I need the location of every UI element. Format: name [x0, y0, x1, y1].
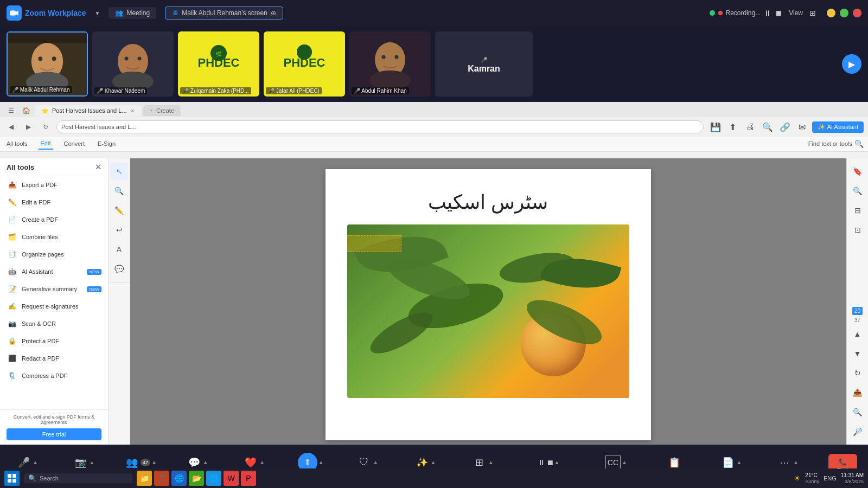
taskbar-app-3[interactable]: 🌐 [171, 471, 187, 486]
address-bar[interactable]: Post Harvest Issues and L... [56, 120, 704, 133]
tab-convert[interactable]: Convert [62, 138, 87, 149]
free-trial-button[interactable]: Free trial [7, 428, 101, 440]
browser-tab-active[interactable]: ⭐ Post Harvest Issues and L... ✕ [35, 105, 141, 117]
annotation-button[interactable]: 💬 [111, 260, 128, 278]
svg-text:🌿: 🌿 [215, 50, 222, 57]
search-bar[interactable]: 🔍 Search [24, 473, 132, 483]
view-label[interactable]: View [789, 9, 803, 17]
taskbar-app-5[interactable]: 🌐 [206, 471, 221, 486]
tool-edit-pdf[interactable]: ✏️ Edit a PDF [0, 194, 108, 211]
email-button[interactable]: ✉ [795, 119, 810, 134]
browser-tab-new[interactable]: + Create [143, 105, 181, 116]
pen-tool-button[interactable]: ✏️ [111, 202, 128, 219]
participants-chevron[interactable]: ▲ [151, 459, 157, 465]
tool-compress-pdf[interactable]: 🗜️ Compress a PDF [0, 367, 108, 384]
save-button[interactable]: 💾 [708, 119, 723, 134]
participant-tile-1[interactable]: 🎤 Malik Abdul Rehman [7, 31, 88, 97]
stop-icon[interactable]: ⏹ [775, 9, 782, 17]
participant-tile-5[interactable]: 🎤 Abdul Rahim Khan [349, 31, 431, 97]
back-button[interactable]: ☰ [4, 104, 17, 117]
export-right-button[interactable]: 📤 [849, 384, 866, 401]
tool-generative-summary[interactable]: 📝 Generative summary NEW [0, 280, 108, 298]
start-button[interactable] [4, 471, 20, 486]
tool-ai-assistant[interactable]: 🤖 AI Assistant NEW [0, 263, 108, 280]
close-button[interactable] [853, 9, 861, 17]
select-tool-button[interactable]: ↖ [111, 163, 128, 180]
host-chevron[interactable]: ▲ [373, 459, 378, 465]
upload-button[interactable]: ⬆ [725, 119, 741, 134]
ai-companion-chevron[interactable]: ▲ [431, 459, 436, 465]
docs-icon: 📄 [720, 455, 736, 470]
tool-create-pdf[interactable]: 📄 Create a PDF [0, 211, 108, 228]
apps-chevron[interactable]: ▲ [488, 459, 494, 465]
panel-close-button[interactable]: ✕ [95, 163, 101, 171]
svg-rect-32 [12, 474, 16, 478]
meeting-tab[interactable]: 👥 Meeting [108, 7, 156, 19]
forward-nav-button[interactable]: ▶ [22, 120, 35, 133]
print-button[interactable]: 🖨 [743, 119, 758, 134]
captions-chevron[interactable]: ▲ [622, 459, 627, 465]
tool-combine-files[interactable]: 🗂️ Combine files [0, 228, 108, 246]
scroll-down-button[interactable]: ▼ [849, 345, 866, 362]
minimize-button[interactable] [827, 9, 835, 17]
svg-point-12 [138, 57, 142, 61]
docs-chevron[interactable]: ▲ [737, 459, 742, 465]
zoom-in-right-button[interactable]: 🔍 [849, 403, 866, 421]
view-icon[interactable]: ⊞ [809, 9, 816, 17]
tab-edit[interactable]: Edit [39, 138, 53, 150]
participant-tile-kamran[interactable]: 🎤 Kamran [435, 31, 533, 97]
tool-redact-pdf[interactable]: ⬛ Redact a PDF [0, 350, 108, 367]
share-chevron[interactable]: ▲ [318, 459, 324, 465]
tool-protect-pdf[interactable]: 🔒 Protect a PDF [0, 332, 108, 350]
dropdown-chevron[interactable]: ▼ [95, 10, 100, 16]
taskbar-app-1[interactable]: 📁 [137, 471, 152, 486]
react-chevron[interactable]: ▲ [259, 459, 265, 465]
next-participant-button[interactable]: ▶ [842, 54, 861, 74]
screen-share-tab[interactable]: 🖥 Malik Abdul Rehman's screen ⊕ [165, 7, 283, 20]
link-button[interactable]: 🔗 [777, 119, 793, 134]
home-button[interactable]: 🏠 [20, 104, 33, 117]
scroll-up-button[interactable]: ▲ [849, 325, 866, 343]
more-icon[interactable]: ⊕ [271, 9, 276, 17]
ai-assistant-button[interactable]: ✨ AI Assistant [812, 121, 864, 133]
taskbar-app-6[interactable]: W [224, 471, 239, 486]
tool-request-esignatures[interactable]: ✍️ Request e-signatures [0, 298, 108, 315]
refresh-button[interactable]: ↻ [849, 364, 866, 382]
participant-tile-4[interactable]: PHDEC 🎤 Jafar Ali (PHDEC) [264, 31, 345, 97]
audio-chevron[interactable]: ▲ [33, 459, 38, 465]
zoom-logo[interactable]: Zoom Workplace [7, 5, 86, 21]
tab-close-button[interactable]: ✕ [130, 108, 135, 114]
search-sidebar-button[interactable]: 🔍 [849, 182, 866, 200]
tab-all-tools[interactable]: All tools [4, 138, 30, 149]
taskbar-app-7[interactable]: P [241, 471, 256, 486]
pause-icon[interactable]: ⏸ [764, 9, 771, 17]
thumbnail-button[interactable]: ⊟ [849, 202, 866, 219]
zoom-in-button[interactable]: 🔍 [111, 182, 128, 200]
chat-chevron[interactable]: ▲ [203, 459, 208, 465]
participant-avatar-5 [349, 31, 431, 97]
recording-chevron[interactable]: ▲ [554, 459, 560, 465]
participant-tile-3[interactable]: PHDEC 🌿 🎤 Zulqarnain Zaka (PHD... [178, 31, 259, 97]
ai-icon: ✨ [818, 124, 825, 131]
back-nav-button[interactable]: ◀ [4, 120, 17, 133]
taskbar-app-2[interactable]: 🎵 [154, 471, 169, 486]
maximize-button[interactable] [840, 9, 848, 17]
layers-button[interactable]: ⊡ [849, 221, 866, 239]
video-chevron[interactable]: ▲ [90, 459, 95, 465]
taskbar-app-4[interactable]: 📂 [189, 471, 204, 486]
participant-tile-2[interactable]: 🎤 Khawar Nadeem [92, 31, 174, 97]
zoom-button[interactable]: 🔍 [760, 119, 775, 134]
eraser-tool-button[interactable]: ↩ [111, 221, 128, 239]
bookmark-button[interactable]: 🔖 [849, 163, 866, 180]
tool-scan-ocr[interactable]: 📷 Scan & OCR [0, 315, 108, 332]
tab-esign[interactable]: E-Sign [95, 138, 118, 149]
browser-toolbar: ◀ ▶ ↻ Post Harvest Issues and L... 💾 ⬆ 🖨… [0, 117, 868, 137]
reload-button[interactable]: ↻ [39, 120, 52, 133]
pdf-content: سٹرس اسکیب [130, 158, 846, 445]
tool-export-pdf[interactable]: 📤 Export a PDF [0, 176, 108, 194]
search-icon[interactable]: 🔍 [854, 139, 864, 148]
text-tool-button[interactable]: A [111, 241, 128, 258]
tool-organize-pages[interactable]: 📑 Organize pages [0, 246, 108, 263]
more-chevron[interactable]: ▲ [793, 459, 799, 465]
zoom-out-right-button[interactable]: 🔎 [849, 423, 866, 440]
